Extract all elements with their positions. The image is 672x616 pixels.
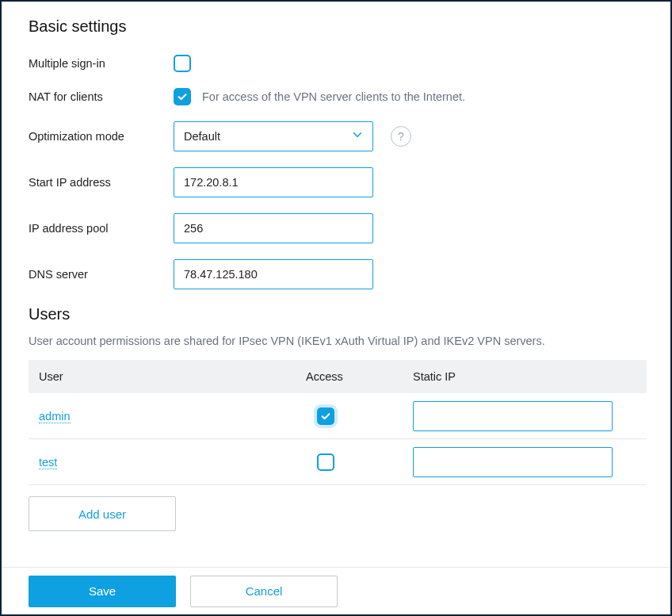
row-nat-clients: NAT for clients For access of the VPN se… [29, 88, 643, 105]
dns-server-label: DNS server [29, 268, 174, 281]
start-ip-field[interactable] [174, 167, 373, 197]
basic-settings-title: Basic settings [29, 17, 643, 36]
row-dns-server: DNS server [29, 259, 643, 289]
row-multiple-signin: Multiple sign-in [29, 55, 643, 72]
col-header-access: Access [306, 370, 413, 383]
row-optimization-mode: Optimization mode Default ? [29, 121, 643, 151]
start-ip-label: Start IP address [29, 176, 174, 189]
optimization-mode-select[interactable]: Default [174, 121, 373, 151]
users-title: Users [29, 305, 643, 323]
user-link-admin[interactable]: admin [39, 410, 71, 423]
users-table: User Access Static IP admin test [29, 360, 647, 485]
users-description: User account permissions are shared for … [29, 335, 643, 347]
nat-clients-hint: For access of the VPN server clients to … [202, 90, 465, 103]
check-icon [320, 411, 331, 422]
static-ip-field-admin[interactable] [413, 401, 613, 431]
optimization-mode-label: Optimization mode [29, 130, 174, 143]
save-button[interactable]: Save [29, 576, 176, 607]
table-row: admin [29, 393, 647, 439]
row-start-ip: Start IP address [29, 167, 643, 197]
access-checkbox-admin[interactable] [317, 407, 334, 425]
nat-clients-checkbox[interactable] [174, 88, 191, 105]
ip-pool-field[interactable] [174, 213, 373, 243]
optimization-mode-value: Default [184, 130, 220, 143]
static-ip-field-test[interactable] [413, 447, 613, 477]
multiple-signin-label: Multiple sign-in [29, 57, 174, 70]
nat-clients-label: NAT for clients [29, 90, 174, 103]
cancel-button[interactable]: Cancel [190, 576, 338, 607]
footer-bar: Save Cancel [2, 567, 670, 614]
user-link-test[interactable]: test [39, 456, 57, 469]
col-header-user: User [29, 370, 306, 383]
table-row: test [29, 439, 647, 485]
users-table-header: User Access Static IP [29, 360, 647, 393]
help-icon[interactable]: ? [391, 126, 411, 147]
access-checkbox-test[interactable] [317, 453, 334, 471]
col-header-staticip: Static IP [413, 370, 647, 383]
dns-server-field[interactable] [174, 259, 373, 289]
add-user-button[interactable]: Add user [29, 496, 176, 531]
settings-panel: Basic settings Multiple sign-in NAT for … [0, 0, 672, 616]
ip-pool-label: IP address pool [29, 222, 174, 235]
row-ip-pool: IP address pool [29, 213, 643, 243]
chevron-down-icon [352, 129, 363, 143]
multiple-signin-checkbox[interactable] [174, 55, 191, 72]
check-icon [177, 91, 188, 102]
